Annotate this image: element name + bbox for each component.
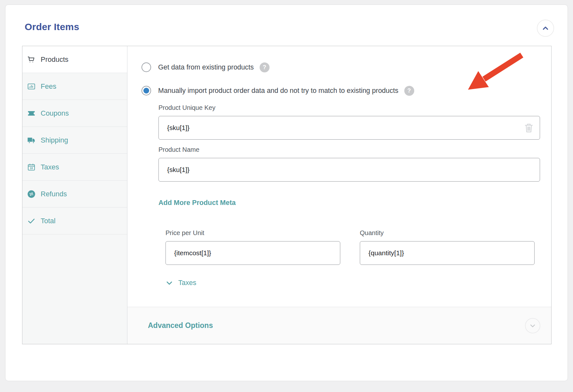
product-name-input[interactable] — [158, 158, 540, 182]
price-per-unit-input[interactable] — [165, 241, 340, 265]
product-name-wrap — [158, 158, 540, 182]
product-unique-key-input[interactable] — [158, 116, 540, 140]
quantity-col: Quantity — [360, 229, 535, 265]
question-mark-icon[interactable]: ? — [260, 62, 270, 72]
product-fields: Product Unique Key Product Name — [158, 104, 540, 287]
delete-field-button[interactable] — [523, 122, 535, 134]
price-per-unit-label: Price per Unit — [165, 229, 340, 237]
calendar-10-icon: 10 — [27, 163, 36, 172]
product-name-label: Product Name — [158, 146, 540, 153]
advanced-options-expand-button[interactable] — [525, 318, 540, 333]
sidebar-item-label: Shipping — [41, 136, 68, 144]
sidebar-item-label: Refunds — [41, 190, 67, 198]
refresh-circle-icon — [27, 190, 36, 199]
radio-row-existing-products: Get data from existing products ? — [141, 62, 540, 72]
sidebar-item-taxes[interactable]: 10 Taxes — [22, 154, 127, 181]
price-quantity-row: Price per Unit Quantity — [165, 229, 540, 265]
check-icon — [27, 216, 36, 225]
advanced-options-toggle[interactable]: Advanced Options — [148, 321, 213, 330]
sidebar-item-label: Fees — [41, 82, 56, 91]
sidebar-item-total[interactable]: Total — [22, 208, 127, 234]
chevron-down-icon — [529, 322, 537, 330]
chevron-down-icon — [165, 279, 173, 287]
quantity-label: Quantity — [360, 229, 535, 237]
taxes-collapsible-toggle[interactable]: Taxes — [165, 279, 196, 287]
sidebar-item-label: Products — [41, 55, 69, 64]
radio-row-manual-import: Manually import product order data and d… — [141, 86, 540, 96]
trash-icon — [523, 122, 535, 134]
products-tab-content: Get data from existing products ? Manual… — [127, 46, 551, 307]
taxes-toggle-label: Taxes — [178, 279, 196, 287]
fees-chart-icon — [27, 82, 36, 91]
sidebar-item-label: Taxes — [41, 163, 59, 171]
ticket-icon — [27, 109, 36, 118]
order-items-panel: Products Fees Coupons — [22, 46, 552, 344]
page: Order Items Products — [0, 0, 573, 392]
sidebar-item-label: Total — [41, 217, 55, 225]
collapse-section-button[interactable] — [537, 20, 554, 37]
chevron-up-icon — [541, 24, 550, 32]
radio-get-existing-products[interactable] — [141, 62, 151, 72]
question-mark-icon[interactable]: ? — [404, 86, 414, 96]
quantity-wrap — [360, 241, 535, 265]
product-unique-key-wrap — [158, 116, 540, 140]
page-title: Order Items — [25, 21, 79, 32]
quantity-input[interactable] — [360, 241, 535, 265]
advanced-options-section: Advanced Options — [127, 307, 551, 344]
sidebar-item-fees[interactable]: Fees — [22, 73, 127, 100]
svg-text:10: 10 — [30, 166, 33, 169]
price-per-unit-col: Price per Unit — [165, 229, 340, 265]
order-items-card: Order Items Products — [5, 4, 568, 381]
radio-manual-import[interactable] — [141, 86, 151, 95]
radio-label[interactable]: Manually import product order data and d… — [158, 87, 399, 95]
product-unique-key-label: Product Unique Key — [158, 104, 540, 111]
sidebar-item-refunds[interactable]: Refunds — [22, 181, 127, 208]
sidebar-item-shipping[interactable]: Shipping — [22, 127, 127, 154]
add-more-product-meta-link[interactable]: Add More Product Meta — [158, 199, 236, 207]
truck-icon — [27, 136, 36, 145]
price-per-unit-wrap — [165, 241, 340, 265]
main-content-area: Get data from existing products ? Manual… — [127, 46, 551, 344]
sidebar-item-label: Coupons — [41, 109, 69, 118]
sidebar-item-coupons[interactable]: Coupons — [22, 100, 127, 127]
cart-icon — [27, 55, 36, 64]
sidebar: Products Fees Coupons — [22, 46, 127, 344]
radio-label[interactable]: Get data from existing products — [158, 63, 254, 71]
sidebar-item-products[interactable]: Products — [22, 46, 127, 73]
